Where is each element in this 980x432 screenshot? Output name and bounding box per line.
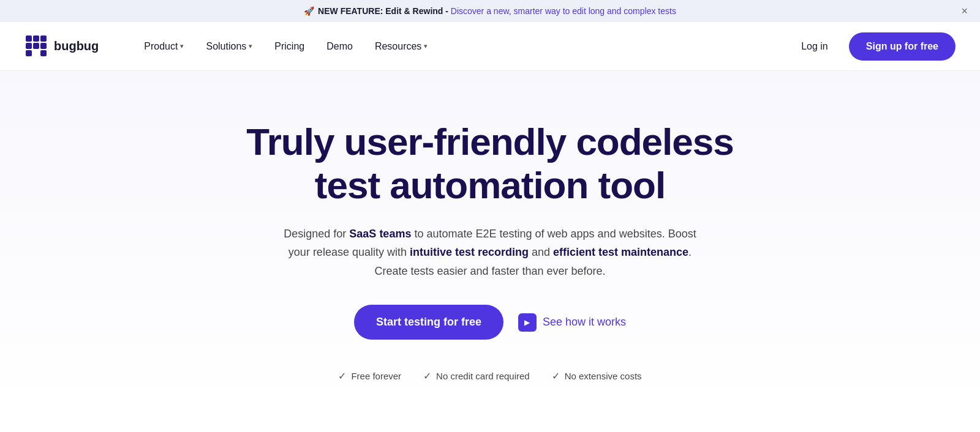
hero-section: Truly user-friendly codeless test automa…: [0, 71, 980, 419]
cta-secondary-label: See how it works: [543, 316, 626, 329]
nav-resources-label: Resources: [375, 41, 421, 52]
svg-rect-6: [26, 50, 32, 56]
hero-trust: ✓ Free forever ✓ No credit card required…: [24, 370, 956, 382]
svg-rect-3: [33, 43, 39, 49]
svg-rect-2: [26, 43, 32, 49]
banner-close-button[interactable]: ×: [961, 6, 968, 17]
chevron-down-icon: ▾: [180, 42, 184, 50]
announcement-banner: 🚀 NEW FEATURE: Edit & Rewind - Discover …: [0, 0, 980, 22]
check-icon: ✓: [423, 370, 431, 382]
trust-item-no-cc: ✓ No credit card required: [423, 370, 530, 382]
svg-rect-7: [40, 50, 47, 56]
banner-text: NEW FEATURE: Edit & Rewind - Discover a …: [318, 6, 676, 16]
trust-no-cc-label: No credit card required: [436, 371, 530, 381]
login-button[interactable]: Log in: [793, 36, 837, 57]
cta-primary-button[interactable]: Start testing for free: [354, 305, 503, 340]
play-icon: ▶: [518, 313, 537, 332]
nav-item-demo[interactable]: Demo: [318, 36, 361, 57]
svg-rect-0: [26, 35, 32, 42]
nav-demo-label: Demo: [326, 41, 353, 52]
nav-item-solutions[interactable]: Solutions ▾: [197, 36, 261, 57]
svg-rect-4: [40, 35, 47, 42]
svg-rect-1: [33, 35, 39, 42]
nav-right: Log in Sign up for free: [793, 32, 956, 61]
cta-secondary-button[interactable]: ▶ See how it works: [518, 313, 626, 332]
banner-link[interactable]: Discover a new, smarter way to edit long…: [451, 6, 676, 16]
hero-buttons: Start testing for free ▶ See how it work…: [24, 305, 956, 340]
logo-text: bugbug: [54, 39, 99, 53]
banner-prefix: NEW FEATURE: Edit & Rewind -: [318, 6, 451, 16]
signup-button[interactable]: Sign up for free: [849, 32, 956, 61]
trust-no-costs-label: No extensive costs: [565, 371, 642, 381]
check-icon: ✓: [552, 370, 560, 382]
hero-title: Truly user-friendly codeless test automa…: [245, 120, 735, 207]
chevron-down-icon: ▾: [424, 42, 428, 50]
trust-item-free: ✓ Free forever: [338, 370, 401, 382]
nav-item-pricing[interactable]: Pricing: [266, 36, 313, 57]
trust-item-no-costs: ✓ No extensive costs: [552, 370, 642, 382]
check-icon: ✓: [338, 370, 346, 382]
navbar: bugbug Product ▾ Solutions ▾ Pricing Dem…: [0, 22, 980, 71]
logo[interactable]: bugbug: [24, 34, 99, 59]
nav-item-product[interactable]: Product ▾: [135, 36, 192, 57]
chevron-down-icon: ▾: [249, 42, 252, 50]
nav-links: Product ▾ Solutions ▾ Pricing Demo Resou…: [135, 36, 793, 57]
nav-product-label: Product: [144, 41, 178, 52]
trust-free-label: Free forever: [351, 371, 401, 381]
nav-pricing-label: Pricing: [274, 41, 304, 52]
hero-subtitle: Designed for SaaS teams to automate E2E …: [282, 225, 698, 281]
svg-rect-5: [40, 43, 47, 49]
nav-item-resources[interactable]: Resources ▾: [366, 36, 436, 57]
banner-emoji: 🚀: [304, 6, 314, 16]
logo-icon: [24, 34, 49, 59]
nav-solutions-label: Solutions: [206, 41, 246, 52]
